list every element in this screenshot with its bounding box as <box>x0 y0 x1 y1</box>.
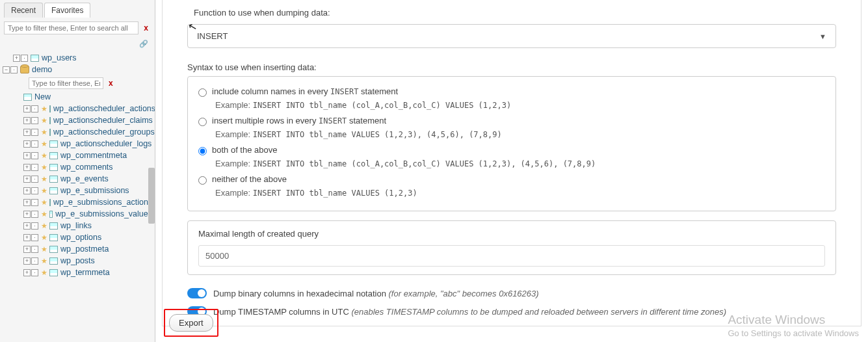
menu-icon[interactable]: · <box>31 129 38 136</box>
menu-icon[interactable]: · <box>31 105 38 112</box>
menu-icon[interactable]: · <box>31 176 38 183</box>
table-row[interactable]: +·★wp_options <box>3 231 152 243</box>
expand-icon[interactable]: + <box>13 55 20 62</box>
table-row[interactable]: +·★wp_e_submissions_values <box>3 208 152 220</box>
expand-icon[interactable]: + <box>23 211 31 218</box>
menu-icon[interactable]: · <box>31 211 38 218</box>
toggle-switch[interactable] <box>187 288 207 298</box>
example-3: Example: INSERT INTO tbl_name (col_A,col… <box>198 157 825 172</box>
syntax-opt-include-columns[interactable]: include column names in every INSERT sta… <box>198 85 825 99</box>
export-options-panel: Function to use when dumping data: ↖ INS… <box>162 0 861 326</box>
menu-icon[interactable]: · <box>31 246 38 253</box>
star-icon: ★ <box>41 210 47 218</box>
table-row[interactable]: +·★wp_e_submissions <box>3 185 152 196</box>
menu-icon[interactable]: · <box>31 222 38 230</box>
table-icon <box>49 199 51 206</box>
tree-filter-input[interactable] <box>4 21 138 34</box>
opt-label: include column names in every INSERT sta… <box>212 86 398 96</box>
table-row[interactable]: +·★wp_posts <box>3 255 152 267</box>
expand-icon[interactable]: + <box>23 269 31 276</box>
link-icon[interactable]: 🔗 <box>0 38 155 49</box>
table-row[interactable]: +·★wp_termmeta <box>3 267 152 278</box>
expand-icon[interactable]: + <box>23 152 31 159</box>
clear-sub-filter-button[interactable]: x <box>106 79 116 88</box>
filter-row: x <box>0 18 155 38</box>
menu-icon[interactable]: · <box>31 257 38 265</box>
syntax-opt-multiple-rows[interactable]: insert multiple rows in every INSERT sta… <box>198 114 825 128</box>
table-icon <box>49 105 51 112</box>
table-row[interactable]: +·★wp_comments <box>3 161 152 173</box>
radio-both[interactable] <box>198 147 207 155</box>
menu-icon[interactable]: · <box>31 152 38 159</box>
table-row[interactable]: +·★wp_actionscheduler_logs <box>3 138 152 150</box>
expand-icon[interactable]: + <box>23 140 31 148</box>
syntax-opt-both[interactable]: both of the above <box>198 143 825 157</box>
star-icon: ★ <box>41 245 47 254</box>
table-row[interactable]: +·★wp_links <box>3 220 152 231</box>
expand-icon[interactable]: + <box>23 105 31 112</box>
scrollbar-thumb[interactable] <box>148 168 155 224</box>
tree-label: wp_actionscheduler_groups <box>53 127 155 137</box>
star-icon: ★ <box>41 175 47 183</box>
tree-label: wp_users <box>42 53 77 62</box>
table-row[interactable]: +·★wp_e_submissions_actions <box>3 196 152 208</box>
radio-multiple-rows[interactable] <box>198 118 207 126</box>
tree-item-demo[interactable]: −· demo <box>3 64 152 75</box>
table-row[interactable]: +·★wp_actionscheduler_actions <box>3 103 152 114</box>
toggle-utc[interactable]: Dump TIMESTAMP columns in UTC (enables T… <box>163 302 861 326</box>
export-button[interactable]: Export <box>169 314 213 332</box>
table-row[interactable]: +·★wp_actionscheduler_groups <box>3 126 152 138</box>
opt-label: both of the above <box>212 145 277 155</box>
table-row[interactable]: +·★wp_actionscheduler_claims <box>3 114 152 126</box>
maxlen-input[interactable] <box>198 245 825 267</box>
menu-icon[interactable]: · <box>31 269 38 276</box>
dump-function-select[interactable]: INSERT ▼ <box>187 24 836 48</box>
expand-icon[interactable]: + <box>23 117 31 124</box>
tree-label: wp_e_submissions <box>60 186 129 195</box>
expand-icon[interactable]: + <box>23 222 31 230</box>
expand-icon[interactable]: + <box>23 129 31 136</box>
star-icon: ★ <box>41 151 47 160</box>
sub-filter-input[interactable] <box>29 77 103 89</box>
menu-icon[interactable]: · <box>31 140 38 148</box>
star-icon: ★ <box>41 140 47 148</box>
tree-label: wp_options <box>60 233 101 242</box>
tab-favorites[interactable]: Favorites <box>44 3 90 18</box>
menu-icon[interactable]: · <box>21 55 28 62</box>
expand-icon[interactable]: + <box>23 176 31 183</box>
maxlen-box: Maximal length of created query <box>187 220 836 275</box>
syntax-opt-neither[interactable]: neither of the above <box>198 172 825 187</box>
syntax-label: Syntax to use when inserting data: <box>163 57 861 76</box>
clear-filter-button[interactable]: x <box>141 23 151 33</box>
expand-icon[interactable]: + <box>23 199 31 206</box>
menu-icon[interactable]: · <box>31 234 38 241</box>
expand-icon[interactable]: + <box>23 234 31 241</box>
tab-recent[interactable]: Recent <box>4 3 43 18</box>
menu-icon[interactable]: · <box>10 66 18 73</box>
menu-icon[interactable]: · <box>31 199 38 206</box>
tree-item-new[interactable]: New <box>3 91 152 103</box>
menu-icon[interactable]: · <box>31 117 38 124</box>
tree-item-wp-users[interactable]: +· wp_users <box>3 52 152 64</box>
opt-label: neither of the above <box>212 174 287 184</box>
toggle-hex[interactable]: Dump binary columns in hexadecimal notat… <box>163 284 861 302</box>
collapse-icon[interactable]: − <box>3 66 10 73</box>
sidebar: Recent Favorites x 🔗 +· wp_users −· demo… <box>0 0 155 342</box>
table-row[interactable]: +·★wp_postmeta <box>3 243 152 255</box>
star-icon: ★ <box>41 269 47 277</box>
menu-icon[interactable]: · <box>31 187 38 194</box>
expand-icon[interactable]: + <box>23 257 31 265</box>
table-icon <box>49 222 58 230</box>
table-icon <box>49 234 58 241</box>
sub-filter-row: x <box>29 75 152 91</box>
expand-icon[interactable]: + <box>23 187 31 194</box>
menu-icon[interactable]: · <box>31 164 38 171</box>
expand-icon[interactable]: + <box>23 164 31 171</box>
table-row[interactable]: +·★wp_commentmeta <box>3 150 152 161</box>
radio-neither[interactable] <box>198 176 207 185</box>
dump-function-value: INSERT <box>197 31 228 41</box>
chevron-down-icon: ▼ <box>819 33 826 40</box>
table-row[interactable]: +·★wp_e_events <box>3 173 152 185</box>
radio-include-columns[interactable] <box>198 88 207 97</box>
expand-icon[interactable]: + <box>23 246 31 253</box>
